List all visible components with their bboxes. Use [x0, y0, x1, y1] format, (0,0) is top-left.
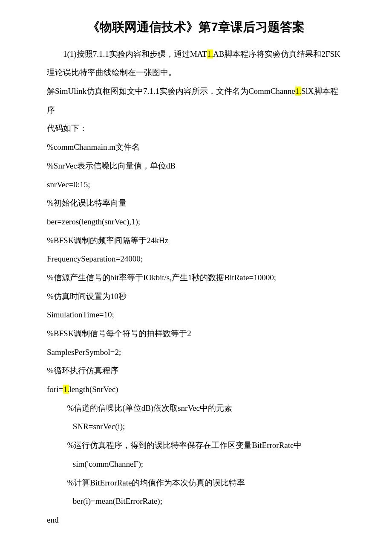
para-2: 理论误比特率曲线绘制在一张图中。	[47, 63, 345, 82]
text: %信道的信噪比(单位dB)依次取snrVec中的元素	[67, 404, 232, 413]
highlight: 1.	[63, 385, 69, 394]
text: %BFSK调制的频率间隔等于24kHz	[47, 236, 168, 245]
code-line: %计算BitErrorRate的均值作为本次仿真的误比特率	[47, 474, 345, 492]
code-line: %commChanmain.m文件名	[47, 138, 345, 157]
text: %初始化误比特率向量	[47, 198, 127, 207]
para-3: 解SimUlink仿真框图如文中7.1.1实验内容所示，文件名为CommChan…	[47, 82, 345, 119]
text: %BFSK调制信号每个符号的抽样数等于2	[47, 329, 191, 338]
code-line: SimulationTime=10;	[47, 305, 345, 324]
text: snrVec=0:15;	[47, 180, 90, 189]
text: sim('commChanneΓ);	[73, 459, 143, 468]
code-line: %循环执行仿真程序	[47, 361, 345, 380]
page-title: 《物联网通信技术》第7章课后习题答案	[47, 13, 345, 41]
text: 1(1)按照7.1.1实验内容和步骤，通过MAT	[63, 49, 207, 58]
code-line: FrequencySeparation=24000;	[47, 250, 345, 268]
code-line: SNR=snrVec(i);	[47, 417, 345, 436]
code-line: SamplesPerSymbol=2;	[47, 343, 345, 362]
code-line: %信道的信噪比(单位dB)依次取snrVec中的元素	[47, 399, 345, 418]
text: SNR=snrVec(i);	[73, 422, 125, 431]
para-1: 1(1)按照7.1.1实验内容和步骤，通过MAT1.AB脚本程序将实验仿真结果和…	[47, 45, 345, 64]
text: length(SnrVec)	[69, 385, 118, 394]
code-line: %初始化误比特率向量	[47, 194, 345, 212]
text: ber(i)=mean(BitErrorRate);	[73, 497, 162, 506]
text: SamplesPerSymbol=2;	[47, 348, 121, 357]
text: %运行仿真程序，得到的误比特率保存在工作区变量BitErrorRate中	[67, 441, 302, 450]
text: %计算BitErrorRate的均值作为本次仿真的误比特率	[67, 478, 245, 487]
code-line: %SnrVec表示信噪比向量值，单位dB	[47, 157, 345, 175]
text: AB脚本程序将实验仿真结果和2FSK	[213, 49, 340, 58]
text: %循环执行仿真程序	[47, 366, 118, 375]
text: %SnrVec表示信噪比向量值，单位dB	[47, 161, 176, 170]
text: %仿真时间设置为10秒	[47, 292, 127, 301]
text: %信源产生信号的bit率等于IOkbit/s,产生1秒的数据BitRate=10…	[47, 273, 276, 282]
text: 解SimUlink仿真框图如文中7.1.1实验内容所示，文件名为CommChan…	[47, 87, 295, 96]
code-line: %运行仿真程序，得到的误比特率保存在工作区变量BitErrorRate中	[47, 436, 345, 455]
code-line: %仿真时间设置为10秒	[47, 287, 345, 306]
text: ber=zeros(length(snrVec),1);	[47, 217, 140, 226]
code-line: ber=zeros(length(snrVec),1);	[47, 212, 345, 231]
text: SimulationTime=10;	[47, 310, 114, 319]
code-line: end	[47, 511, 345, 529]
text: %commChanmain.m文件名	[47, 142, 140, 151]
code-line: %BFSK调制信号每个符号的抽样数等于2	[47, 324, 345, 343]
code-line: ber(i)=mean(BitErrorRate);	[47, 492, 345, 511]
text: end	[47, 515, 58, 524]
text: FrequencySeparation=24000;	[47, 254, 143, 263]
highlight: 1.	[295, 87, 301, 96]
text: 理论误比特率曲线绘制在一张图中。	[47, 68, 176, 77]
code-line: snrVec=0:15;	[47, 175, 345, 194]
highlight: 1.	[207, 49, 213, 58]
code-line: %BFSK调制的频率间隔等于24kHz	[47, 231, 345, 250]
para-4: 代码如下：	[47, 119, 345, 138]
text: 代码如下：	[47, 124, 87, 133]
code-line: %信源产生信号的bit率等于IOkbit/s,产生1秒的数据BitRate=10…	[47, 268, 345, 287]
text: fori=	[47, 385, 63, 394]
code-line: sim('commChanneΓ);	[47, 455, 345, 474]
document-page: 《物联网通信技术》第7章课后习题答案 1(1)按照7.1.1实验内容和步骤，通过…	[0, 0, 392, 555]
code-line: fori=1.length(SnrVec)	[47, 380, 345, 399]
